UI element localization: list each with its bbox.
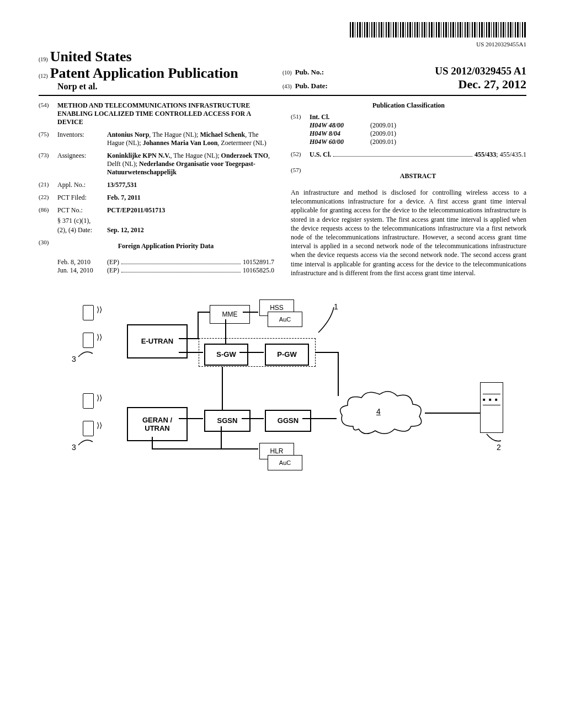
field-75: (75) Inventors: Antonius Norp, The Hague… (39, 131, 274, 147)
dot-leader (333, 156, 472, 157)
field-86-sub: § 371 (c)(1), (39, 217, 274, 225)
code-19: (19) (39, 56, 48, 62)
callout-curve-icon (317, 306, 339, 334)
field-57: (57) ABSTRACT (291, 167, 526, 184)
intcl-row: H04W 48/00(2009.01) (310, 121, 526, 130)
field-51: (51) Int. Cl. H04W 48/00(2009.01)H04W 8/… (291, 113, 526, 146)
signal-icon: ⟩⟩ (97, 335, 102, 339)
authors-short: Norp et al. (57, 82, 282, 92)
field-86-sub2: (2), (4) Date: Sep. 12, 2012 (39, 226, 274, 234)
device-icon (83, 393, 94, 409)
eutran-box: E-UTRAN (127, 324, 188, 358)
server-icon: ■ ■ ■ (480, 382, 503, 433)
invention-title: METHOD AND TELECOMMUNICATIONS INFRASTRUC… (57, 101, 274, 126)
field-73: (73) Assignees: Koninklijke KPN N.V., Th… (39, 152, 274, 176)
callout-curve-icon (77, 436, 94, 446)
barcode-icon (350, 22, 526, 38)
abstract-heading: ABSTRACT (310, 172, 526, 180)
code-43: (43) (282, 83, 292, 89)
pubno-label: Pub. No.: (295, 68, 324, 77)
ggsn-box: GGSN (265, 410, 311, 432)
pubdate-label: Pub. Date: (295, 82, 328, 90)
cloud-icon (337, 388, 425, 437)
field-22: (22) PCT Filed: Feb. 7, 2011 (39, 194, 274, 202)
pubno-value: US 2012/0329455 A1 (435, 65, 526, 77)
geran-box: GERAN / UTRAN (127, 407, 188, 441)
intcl-row: H04W 60/00(2009.01) (310, 138, 526, 146)
sgsn-box: SGSN (204, 410, 250, 432)
auc-box: AuC (268, 312, 302, 327)
abstract-text: An infrastructure and method is disclose… (291, 188, 526, 277)
signal-icon: ⟩⟩ (97, 423, 102, 427)
callout-curve-icon (77, 348, 94, 358)
priority-rows: Feb. 8, 2010(EP)10152891.7Jun. 14, 2010(… (39, 258, 274, 275)
field-86: (86) PCT No.: PCT/EP2011/051713 (39, 206, 274, 215)
ref-4: 4 (376, 407, 381, 416)
right-column: Publication Classification (51) Int. Cl.… (291, 101, 526, 277)
code-12: (12) (39, 73, 48, 79)
pgw-box: P-GW (265, 344, 309, 366)
ref-3: 3 (72, 355, 76, 363)
barcode-number: US 20120329455A1 (39, 41, 526, 47)
pubclass-heading: Publication Classification (291, 101, 526, 110)
device-icon (83, 333, 94, 348)
pubdate-value: Dec. 27, 2012 (459, 77, 526, 92)
field-52: (52) U.S. Cl. 455/433; 455/435.1 (291, 151, 526, 159)
device-icon (83, 305, 94, 320)
country: United States (50, 49, 132, 65)
signal-icon: ⟩⟩ (97, 395, 102, 400)
pct-filed: Feb. 7, 2011 (107, 194, 274, 202)
mme-box: MME (210, 305, 250, 324)
auc-box-2: AuC (268, 455, 302, 470)
uscl-main: 455/433 (475, 151, 496, 159)
appl-no: 13/577,531 (107, 181, 274, 189)
field-21: (21) Appl. No.: 13/577,531 (39, 181, 274, 189)
field-30: (30) Foreign Application Priority Data (39, 239, 274, 254)
uscl-rest: ; 455/435.1 (496, 151, 526, 159)
code-10: (10) (282, 69, 292, 76)
inventors: Antonius Norp, The Hague (NL); Michael S… (107, 131, 274, 147)
priority-row: Jun. 14, 2010(EP)10165825.0 (57, 266, 274, 275)
header: (19) United States (12) Patent Applicati… (39, 49, 526, 96)
left-column: (54) METHOD AND TELECOMMUNICATIONS INFRA… (39, 101, 274, 277)
priority-heading: Foreign Application Priority Data (57, 242, 274, 250)
ref-3: 3 (72, 443, 76, 452)
barcode-block: US 20120329455A1 (39, 22, 526, 47)
publication-type: Patent Application Publication (50, 65, 238, 81)
pct-no: PCT/EP2011/051713 (107, 206, 274, 215)
field-54: (54) METHOD AND TELECOMMUNICATIONS INFRA… (39, 101, 274, 126)
assignees: Koninklijke KPN N.V., The Hague (NL); On… (107, 152, 274, 176)
device-icon (83, 421, 94, 436)
priority-row: Feb. 8, 2010(EP)10152891.7 (57, 258, 274, 266)
signal-icon: ⟩⟩ (97, 307, 102, 312)
network-diagram: ⟩⟩ ⟩⟩ 3 E-UTRAN MME HSS AuC S-GW P-GW 1 … (39, 299, 526, 487)
intcl-row: H04W 8/04(2009.01) (310, 130, 526, 138)
intcl-rows: H04W 48/00(2009.01)H04W 8/04(2009.01)H04… (310, 121, 526, 146)
callout-curve-icon (486, 433, 502, 445)
sgw-box: S-GW (204, 344, 248, 366)
